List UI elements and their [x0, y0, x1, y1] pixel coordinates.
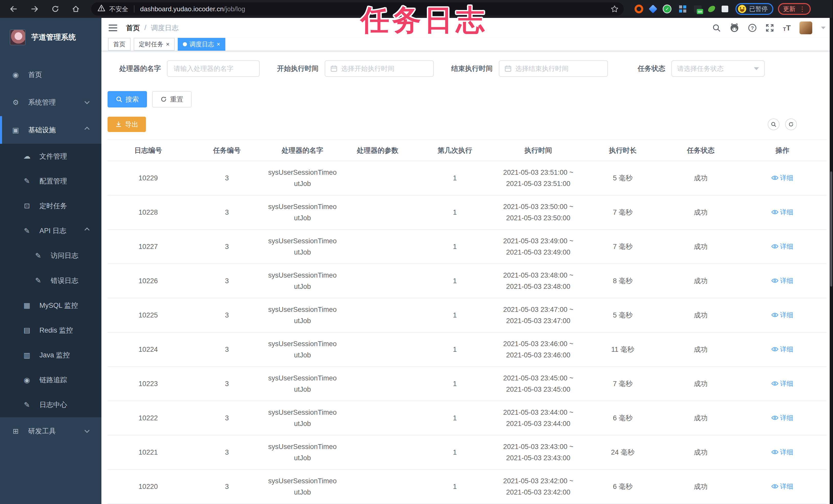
sidebar-item-home[interactable]: ◉首页	[0, 61, 101, 89]
chevron-down-icon	[85, 428, 90, 433]
cell-status: 成功	[664, 401, 738, 435]
leaf-extension-icon[interactable]	[708, 5, 715, 12]
table-toolbar: 导出	[108, 117, 827, 132]
export-button[interactable]: 导出	[108, 117, 146, 132]
sidebar-item-infrastructure[interactable]: ▣基础设施	[0, 116, 101, 144]
detail-link[interactable]: 详细	[771, 241, 793, 252]
url-path: /job/log	[224, 5, 245, 13]
detail-link[interactable]: 详细	[771, 481, 793, 492]
detail-label: 详细	[780, 207, 793, 218]
detail-link[interactable]: 详细	[771, 275, 793, 286]
cell-job-id: 3	[189, 298, 265, 332]
detail-link[interactable]: 详细	[771, 344, 793, 355]
detail-link[interactable]: 详细	[771, 172, 793, 183]
cell-status: 成功	[664, 298, 738, 332]
sidebar-item-access-log[interactable]: ✎访问日志	[0, 243, 101, 268]
search-icon[interactable]	[712, 24, 721, 32]
tab-label: 首页	[113, 40, 125, 48]
cell-handler-param	[340, 161, 415, 195]
execute-end-time: 2021-05-03 23:49:00	[495, 247, 582, 258]
sidebar-item-config-management[interactable]: ✎配置管理	[0, 169, 101, 194]
search-button[interactable]: 搜索	[108, 91, 147, 107]
detail-label: 详细	[780, 412, 793, 423]
url-bar[interactable]: 不安全 dashboard.yudao.iocoder.cn/job/log	[91, 2, 624, 16]
puzzle-extension-icon[interactable]	[722, 6, 728, 12]
sidebar-item-redis-monitor[interactable]: ▤Redis 监控	[0, 318, 101, 343]
font-size-icon[interactable]: TT	[783, 24, 791, 32]
user-avatar[interactable]	[800, 22, 812, 34]
detail-label: 详细	[780, 241, 793, 252]
grid-extension-icon[interactable]	[678, 4, 687, 14]
reset-button[interactable]: 重置	[152, 91, 192, 107]
green-check-extension-icon[interactable]	[663, 5, 671, 13]
sidebar-item-java-monitor[interactable]: ▥Java 监控	[0, 343, 101, 368]
detail-link[interactable]: 详细	[771, 378, 793, 389]
breadcrumb: 首页 / 调度日志	[126, 23, 179, 32]
table-row: 102223sysUserSessionTimeoutJob12021-05-0…	[108, 401, 827, 435]
start-time-picker[interactable]: 选择开始执行时间	[325, 60, 434, 77]
browser-menu-icon[interactable]: ⋮	[799, 5, 806, 13]
sidebar-item-mysql-monitor[interactable]: ▦MySQL 监控	[0, 293, 101, 318]
orange-ring-extension-icon[interactable]	[635, 5, 643, 13]
sidebar-item-scheduled-tasks[interactable]: ⊡定时任务	[0, 194, 101, 218]
execute-end-time: 2021-05-03 23:50:00	[495, 212, 582, 224]
sidebar-item-dev-tools[interactable]: ⊞研发工具	[0, 417, 101, 445]
hamburger-icon[interactable]	[109, 25, 117, 31]
close-tab-icon[interactable]: ×	[166, 41, 169, 47]
browser-update-button[interactable]: 更新 ⋮	[778, 3, 811, 15]
sidebar-item-error-log[interactable]: ✎错误日志	[0, 268, 101, 293]
bookmark-star-icon[interactable]	[611, 5, 619, 13]
sidebar-item-label: 文件管理	[40, 152, 67, 161]
tab-scheduled-tasks[interactable]: 定时任务×	[134, 38, 175, 51]
close-tab-icon[interactable]: ×	[217, 41, 220, 47]
handler-name-text: sysUserSessionTimeoutJob	[268, 407, 337, 429]
end-time-picker[interactable]: 选择结束执行时间	[499, 60, 608, 77]
scrollbar-thumb[interactable]	[830, 171, 832, 286]
handler-name-input[interactable]	[167, 60, 260, 77]
blue-gem-extension-icon[interactable]	[649, 5, 657, 13]
tab-home[interactable]: 首页	[108, 38, 130, 51]
sidebar-item-api-log[interactable]: ✎API 日志	[0, 219, 101, 243]
on-badge-extension-icon[interactable]	[694, 5, 701, 12]
logo-image	[10, 29, 26, 45]
cell-handler-param	[340, 332, 415, 367]
refresh-table-button[interactable]	[785, 119, 797, 130]
back-icon[interactable]	[9, 5, 18, 13]
home-icon[interactable]	[72, 5, 80, 13]
paused-extension-badge[interactable]: 已暂停	[735, 3, 774, 15]
user-caret-icon[interactable]	[821, 27, 826, 29]
sidebar-item-file-management[interactable]: ☁文件管理	[0, 144, 101, 169]
forward-icon[interactable]	[30, 5, 39, 13]
filter-label: 开始执行时间	[277, 64, 325, 73]
detail-link[interactable]: 详细	[771, 412, 793, 423]
help-icon[interactable]: ?	[748, 24, 757, 32]
eye-icon	[771, 278, 779, 284]
detail-label: 详细	[780, 481, 793, 492]
scrollbar[interactable]	[830, 18, 833, 504]
detail-link[interactable]: 详细	[771, 447, 793, 457]
fullscreen-icon[interactable]	[765, 24, 774, 32]
cell-status: 成功	[664, 264, 738, 298]
detail-link[interactable]: 详细	[771, 207, 793, 218]
eye-icon	[771, 312, 779, 318]
tabs-bar: 首页定时任务×调度日志×	[101, 37, 833, 51]
sidebar-item-system-admin[interactable]: ⚙系统管理	[0, 89, 101, 116]
cell-status: 成功	[664, 332, 738, 367]
breadcrumb-home[interactable]: 首页	[126, 23, 140, 32]
job-status-select[interactable]: 请选择任务状态	[671, 60, 765, 77]
cell-duration: 7 毫秒	[582, 229, 663, 264]
detail-link[interactable]: 详细	[771, 309, 793, 320]
calendar-icon	[504, 65, 511, 72]
github-icon[interactable]	[730, 23, 739, 32]
url-separator	[134, 5, 135, 12]
sidebar: 芋道管理系统 ◉首页⚙系统管理▣基础设施☁文件管理✎配置管理⊡定时任务✎API …	[0, 18, 101, 504]
insecure-warning-icon	[97, 4, 105, 14]
toggle-search-button[interactable]	[768, 119, 780, 130]
sidebar-item-trace[interactable]: ◉链路追踪	[0, 368, 101, 393]
tab-job-log[interactable]: 调度日志×	[178, 38, 225, 51]
app-logo[interactable]: 芋道管理系统	[0, 18, 101, 57]
cell-log-id: 10227	[108, 229, 189, 264]
reload-icon[interactable]	[51, 5, 60, 13]
sidebar-item-log-center[interactable]: ✎日志中心	[0, 393, 101, 417]
column-header: 任务编号	[189, 140, 265, 161]
